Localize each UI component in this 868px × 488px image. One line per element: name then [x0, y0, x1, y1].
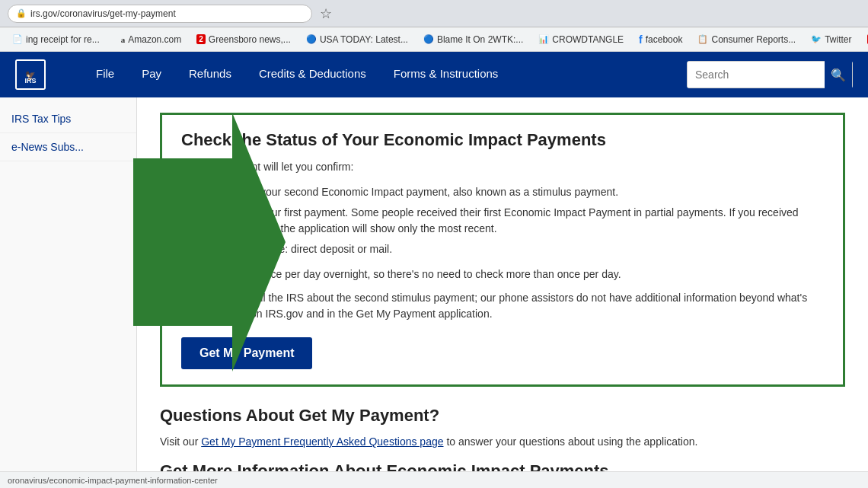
bookmark-blame[interactable]: 🔵 Blame It On 2WTK:... — [417, 32, 529, 47]
search-container: 🔍 — [687, 61, 853, 88]
main-content: Check the Status of Your Economic Impact… — [137, 97, 868, 488]
status-box: Check the Status of Your Economic Impact… — [160, 113, 845, 387]
bookmark-label-facebook: facebook — [646, 34, 683, 45]
twitter-icon: 🐦 — [811, 34, 822, 44]
bullet-1: That we sent your second Economic Impact… — [196, 184, 824, 200]
facebook-icon: f — [639, 33, 643, 46]
bookmark-amazon[interactable]: a Amazon.com — [115, 32, 188, 47]
nav-refunds[interactable]: Refunds — [175, 52, 245, 97]
url-text: irs.gov/coronavirus/get-my-payment — [30, 8, 176, 19]
nav-pay[interactable]: Pay — [128, 52, 175, 97]
nav-menu: File Pay Refunds Credits & Deductions Fo… — [82, 52, 687, 97]
bullet-2: That we sent your first payment. Some pe… — [196, 205, 824, 237]
nav-forms[interactable]: Forms & Instructions — [380, 52, 512, 97]
bookmark-label-blame: Blame It On 2WTK:... — [437, 34, 523, 45]
status-url: oronavirus/economic-impact-payment-infor… — [8, 476, 218, 485]
bookmark-unemploy[interactable]: 2 Need your unempl... — [861, 32, 868, 47]
bookmark-label-consumer: Consumer Reports... — [711, 34, 796, 45]
bookmark-icon-blame: 🔵 — [423, 34, 434, 44]
bookmark-usatoday[interactable]: 🔵 USA TODAY: Latest... — [300, 32, 414, 47]
search-button[interactable]: 🔍 — [825, 61, 852, 88]
bookmark-icon-greensboro: 2 — [196, 34, 206, 44]
address-bar[interactable]: 🔒 irs.gov/coronavirus/get-my-payment — [8, 5, 312, 23]
questions-link[interactable]: Get My Payment Frequently Asked Question… — [201, 435, 443, 448]
bookmark-receipt[interactable]: 📄 ing receipt for re... — [6, 32, 106, 47]
bookmark-label-amazon: Amazon.com — [128, 34, 181, 45]
bookmark-label-greensboro: Greensboro news,... — [209, 34, 291, 45]
questions-section: Questions About Get My Payment? Visit ou… — [160, 406, 845, 450]
sidebar-item-enews[interactable]: e-News Subs... — [0, 133, 136, 161]
get-payment-button[interactable]: Get My Payment — [181, 337, 312, 369]
bookmarks-bar: 📄 ing receipt for re... a Amazon.com 2 G… — [0, 27, 868, 52]
bookmark-label: ing receipt for re... — [26, 34, 100, 45]
status-bar: oronavirus/economic-impact-payment-infor… — [0, 471, 868, 488]
page-layout: IRS Tax Tips e-News Subs... Check the St… — [0, 97, 868, 488]
confirm-intro: Get My Payment will let you confirm: — [181, 159, 824, 175]
questions-before: Visit our — [160, 435, 201, 448]
star-icon[interactable]: ☆ — [320, 5, 332, 22]
status-bullets: That we sent your second Economic Impact… — [196, 184, 824, 257]
irs-header: 🦅 IRS File Pay Refunds Credits & Deducti… — [0, 52, 868, 97]
sidebar: IRS Tax Tips e-News Subs... — [0, 97, 137, 488]
bullet-3: Your payment type: direct deposit or mai… — [196, 241, 824, 257]
status-heading: Check the Status of Your Economic Impact… — [181, 130, 824, 150]
bookmark-icon-crowd: 📊 — [538, 34, 549, 44]
nav-file[interactable]: File — [82, 52, 128, 97]
questions-heading: Questions About Get My Payment? — [160, 406, 845, 426]
questions-after: to answer your questions about using the… — [444, 435, 698, 448]
bookmark-label-twitter: Twitter — [825, 34, 851, 45]
bookmark-icon-usatoday: 🔵 — [306, 34, 317, 44]
dont-call-para: Please do not call the IRS about the sec… — [181, 290, 824, 322]
questions-text: Visit our Get My Payment Frequently Aske… — [160, 433, 845, 450]
bookmark-label-usatoday: USA TODAY: Latest... — [320, 34, 408, 45]
bookmark-twitter[interactable]: 🐦 Twitter — [805, 32, 857, 47]
irs-logo-icon: 🦅 IRS — [15, 59, 46, 90]
sidebar-item-tax-tips[interactable]: IRS Tax Tips — [0, 105, 136, 133]
bookmark-consumer[interactable]: 📋 Consumer Reports... — [691, 32, 802, 47]
svg-text:IRS: IRS — [24, 77, 36, 85]
bookmark-crowdtangle[interactable]: 📊 CROWDTANGLE — [532, 32, 630, 47]
browser-bar: 🔒 irs.gov/coronavirus/get-my-payment ☆ — [0, 0, 868, 27]
bookmark-facebook[interactable]: f facebook — [633, 31, 688, 48]
bookmark-icon: 📄 — [12, 34, 23, 44]
irs-logo[interactable]: 🦅 IRS — [15, 59, 52, 90]
bookmark-icon-amazon: a — [121, 35, 126, 44]
bookmark-label-crowd: CROWDTANGLE — [552, 34, 624, 45]
lock-icon: 🔒 — [16, 8, 27, 18]
nav-credits[interactable]: Credits & Deductions — [245, 52, 380, 97]
consumer-icon: 📋 — [697, 34, 708, 44]
bookmark-greensboro[interactable]: 2 Greensboro news,... — [190, 32, 297, 47]
search-input[interactable] — [688, 62, 825, 88]
update-para: Data is updated once per day overnight, … — [181, 266, 824, 282]
